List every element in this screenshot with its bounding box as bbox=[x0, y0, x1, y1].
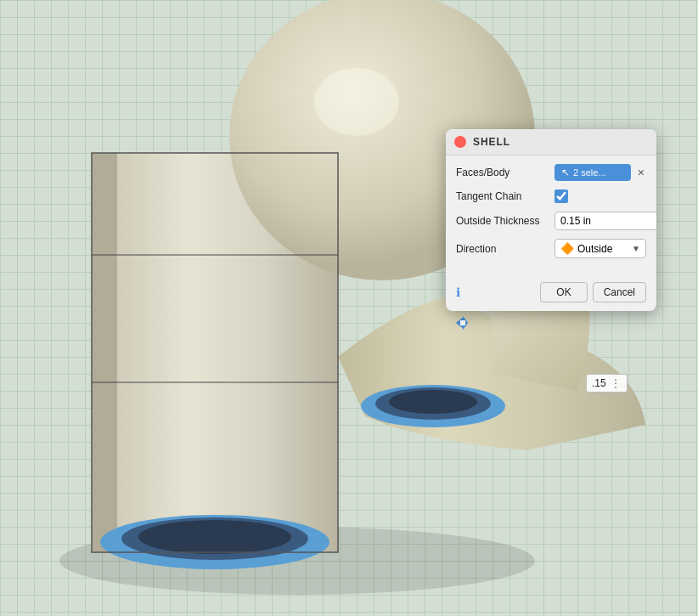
svg-point-5 bbox=[138, 520, 291, 554]
dimension-dots[interactable]: ⋮ bbox=[610, 376, 622, 390]
direction-icon: 🔶 bbox=[560, 242, 574, 255]
dialog-title: SHELL bbox=[473, 136, 510, 148]
cursor-icon: ↖ bbox=[561, 167, 570, 178]
direction-label: Direction bbox=[456, 243, 549, 255]
shell-dialog: SHELL Faces/Body ↖ 2 sele... × Tangent C… bbox=[446, 129, 656, 311]
faces-body-select-button[interactable]: ↖ 2 sele... bbox=[554, 164, 631, 181]
dimension-badge: .15 ⋮ bbox=[586, 374, 628, 393]
svg-point-7 bbox=[314, 68, 399, 136]
tangent-chain-checkbox-wrap bbox=[554, 189, 568, 203]
dialog-body: Faces/Body ↖ 2 sele... × Tangent Chain O… bbox=[446, 155, 656, 275]
svg-point-10 bbox=[389, 390, 477, 414]
tangent-chain-checkbox[interactable] bbox=[554, 189, 568, 203]
ok-button[interactable]: OK bbox=[540, 282, 587, 302]
dialog-close-icon[interactable] bbox=[454, 136, 466, 148]
outside-thickness-input[interactable] bbox=[554, 212, 656, 230]
dialog-titlebar: SHELL bbox=[446, 129, 656, 155]
dimension-value: .15 bbox=[592, 377, 606, 389]
faces-body-clear-button[interactable]: × bbox=[636, 167, 646, 178]
direction-row: Direction 🔶 Outside ▼ bbox=[456, 239, 646, 258]
info-icon[interactable]: ℹ bbox=[456, 285, 460, 299]
faces-body-row: Faces/Body ↖ 2 sele... × bbox=[456, 164, 646, 181]
outside-thickness-label: Outside Thickness bbox=[456, 215, 549, 227]
cancel-button[interactable]: Cancel bbox=[593, 282, 646, 302]
select-button-text: 2 sele... bbox=[573, 167, 606, 178]
tangent-chain-row: Tangent Chain bbox=[456, 189, 646, 203]
tangent-chain-label: Tangent Chain bbox=[456, 190, 549, 202]
direction-value: Outside bbox=[577, 243, 612, 255]
outside-thickness-row: Outside Thickness bbox=[456, 212, 646, 230]
dialog-footer: ℹ OK Cancel bbox=[446, 275, 656, 311]
svg-rect-2 bbox=[92, 153, 117, 552]
direction-dropdown[interactable]: 🔶 Outside ▼ bbox=[554, 239, 646, 258]
direction-arrow-icon: ▼ bbox=[632, 244, 640, 253]
faces-body-label: Faces/Body bbox=[456, 167, 549, 178]
svg-rect-18 bbox=[460, 320, 465, 325]
